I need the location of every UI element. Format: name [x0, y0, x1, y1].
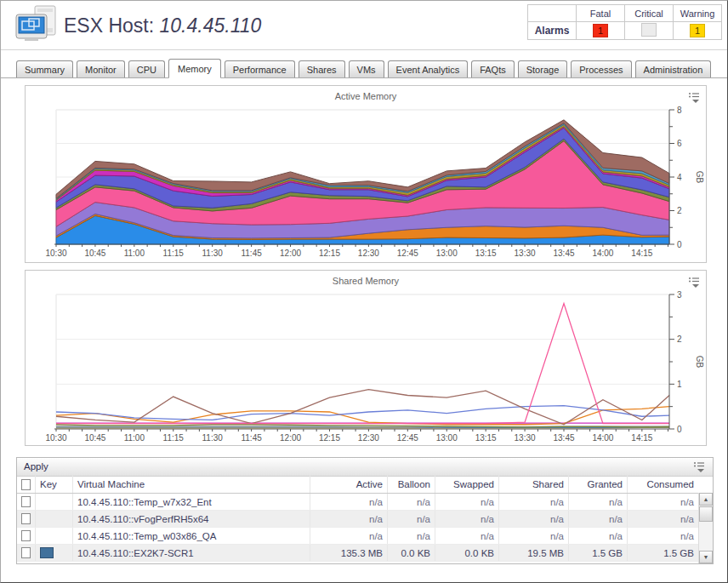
row-checkbox-cell [17, 545, 36, 561]
tab-memory[interactable]: Memory [168, 59, 221, 78]
svg-text:14:15: 14:15 [631, 249, 652, 258]
value-cell-consumed: n/a [628, 528, 698, 544]
table-row[interactable]: 10.4.45.110::vFogPerfRH5x64n/an/an/an/an… [17, 511, 698, 528]
page-title-prefix: ESX Host: [64, 14, 154, 37]
active-memory-title: Active Memory [26, 86, 706, 105]
warning-count-badge[interactable]: 1 [690, 24, 705, 37]
row-checkbox[interactable] [21, 496, 31, 507]
table-row[interactable]: 10.4.45.110::Temp_w7x32_Entn/an/an/an/an… [17, 494, 698, 511]
fatal-count-badge[interactable]: 1 [593, 24, 608, 37]
svg-text:0: 0 [677, 240, 682, 249]
column-header-virtual-machine[interactable]: Virtual Machine [73, 476, 310, 493]
table-options-icon[interactable] [693, 461, 705, 472]
apply-toolbar: Apply [17, 458, 713, 477]
svg-text:13:45: 13:45 [553, 249, 574, 258]
svg-text:13:15: 13:15 [475, 249, 497, 258]
column-header-consumed[interactable]: Consumed [628, 476, 698, 493]
tab-vms[interactable]: VMs [349, 60, 384, 77]
svg-text:12:30: 12:30 [358, 249, 379, 258]
column-header-key[interactable]: Key [36, 476, 73, 493]
scroll-up-button[interactable]: ▲ [699, 493, 713, 506]
svg-text:13:30: 13:30 [515, 433, 536, 443]
svg-text:10:30: 10:30 [45, 433, 66, 443]
vm-memory-table-widget: Apply KeyVirtual MachineActiveBalloonSwa… [16, 457, 714, 564]
svg-text:GB: GB [695, 171, 704, 184]
table-row[interactable]: 10.4.45.110::Temp_w03x86_QAn/an/an/an/an… [17, 528, 698, 545]
svg-text:12:00: 12:00 [280, 249, 301, 258]
tab-cpu[interactable]: CPU [128, 60, 165, 77]
active-memory-widget: Active Memory 10:3010:4511:0011:1511:301… [25, 85, 707, 263]
column-header-shared[interactable]: Shared [499, 476, 569, 493]
tab-monitor[interactable]: Monitor [77, 60, 125, 77]
value-cell-swapped: 0.0 KB [435, 545, 499, 561]
row-checkbox-cell [17, 528, 36, 544]
table-row[interactable]: 10.4.45.110::EX2K7-SCR1135.3 MB0.0 KB0.0… [17, 545, 698, 562]
row-checkbox[interactable] [21, 547, 31, 558]
esx-host-icon [13, 4, 60, 49]
value-cell-active: n/a [310, 528, 388, 544]
svg-text:10:45: 10:45 [84, 249, 105, 258]
tab-performance[interactable]: Performance [225, 60, 295, 77]
column-header-swapped[interactable]: Swapped [435, 476, 499, 493]
shared-memory-title: Shared Memory [26, 271, 706, 289]
alarms-corner-cell [528, 5, 577, 22]
value-cell-consumed: 1.5 GB [628, 545, 698, 561]
svg-text:11:45: 11:45 [241, 433, 262, 443]
select-all-checkbox[interactable] [21, 479, 31, 490]
svg-text:11:00: 11:00 [124, 433, 145, 443]
tab-bar: SummaryMonitorCPUMemoryPerformanceShares… [1, 57, 727, 78]
chart-options-icon[interactable] [688, 277, 700, 288]
table-scrollbar[interactable]: ▲ ▼ [698, 493, 713, 563]
value-cell-balloon: 0.0 KB [388, 545, 435, 561]
alarms-col-warning: Warning [674, 5, 722, 22]
column-header-balloon[interactable]: Balloon [388, 476, 435, 493]
svg-text:13:30: 13:30 [515, 249, 536, 258]
tab-storage[interactable]: Storage [518, 60, 568, 77]
vm-table: KeyVirtual MachineActiveBalloonSwappedSh… [17, 476, 698, 562]
value-cell-granted: n/a [569, 511, 628, 527]
line-series-pink [56, 304, 669, 424]
chart-canvas: 10:3010:4511:0011:1511:3011:4512:0012:15… [26, 289, 706, 446]
vm-name-cell: 10.4.45.110::vFogPerfRH5x64 [73, 511, 310, 527]
value-cell-active: n/a [310, 494, 388, 510]
key-cell [36, 528, 73, 544]
alarms-row-label: Alarms [528, 22, 577, 40]
value-cell-granted: n/a [569, 494, 628, 510]
svg-text:12:45: 12:45 [397, 433, 418, 443]
value-cell-shared: n/a [499, 511, 569, 527]
value-cell-shared: 19.5 MB [499, 545, 569, 561]
tab-processes[interactable]: Processes [571, 60, 631, 77]
svg-text:13:00: 13:00 [436, 249, 458, 258]
tab-administration[interactable]: Administration [635, 60, 712, 77]
scrollbar-thumb[interactable] [699, 506, 713, 522]
row-checkbox[interactable] [21, 530, 31, 541]
chart-options-icon[interactable] [688, 92, 700, 103]
tab-faqts[interactable]: FAQts [471, 60, 515, 77]
row-checkbox[interactable] [21, 513, 31, 524]
column-header-granted[interactable]: Granted [569, 476, 628, 493]
tab-event-analytics[interactable]: Event Analytics [388, 60, 469, 77]
value-cell-consumed: n/a [628, 511, 698, 527]
key-cell [36, 545, 73, 561]
tab-summary[interactable]: Summary [16, 60, 73, 77]
table-header-row: KeyVirtual MachineActiveBalloonSwappedSh… [17, 476, 698, 494]
value-cell-granted: n/a [569, 528, 628, 544]
svg-text:14:00: 14:00 [592, 249, 613, 258]
vm-name-cell: 10.4.45.110::Temp_w7x32_Ent [73, 494, 310, 510]
svg-text:GB: GB [695, 356, 704, 369]
scroll-down-button[interactable]: ▼ [699, 551, 713, 563]
apply-button[interactable]: Apply [24, 461, 48, 472]
svg-text:11:30: 11:30 [202, 433, 224, 443]
row-checkbox-cell [17, 511, 36, 527]
critical-count-badge[interactable] [641, 23, 657, 37]
vm-name-cell: 10.4.45.110::EX2K7-SCR1 [73, 545, 310, 561]
vm-name-cell: 10.4.45.110::Temp_w03x86_QA [73, 528, 310, 544]
svg-text:8: 8 [677, 106, 682, 115]
svg-text:3: 3 [677, 290, 682, 300]
svg-text:12:00: 12:00 [280, 433, 301, 443]
svg-text:13:45: 13:45 [553, 433, 574, 443]
svg-text:11:15: 11:15 [163, 249, 185, 258]
tab-shares[interactable]: Shares [299, 60, 345, 77]
svg-text:12:30: 12:30 [358, 433, 379, 443]
column-header-active[interactable]: Active [310, 476, 388, 493]
